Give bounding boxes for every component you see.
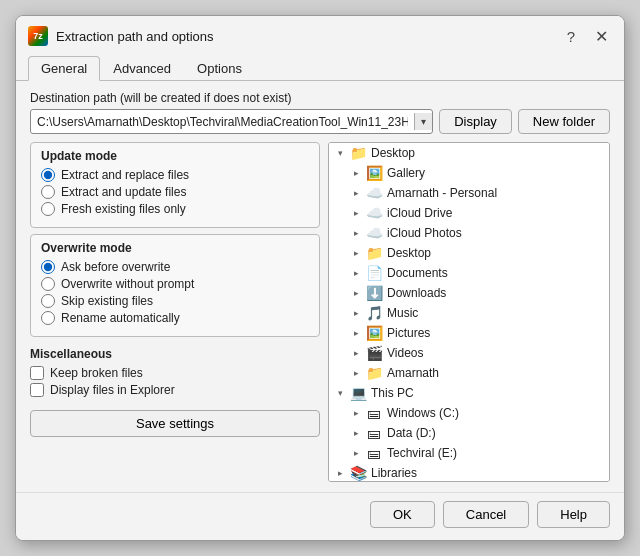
- tree-folder-icon: 📁: [365, 245, 383, 261]
- cancel-button[interactable]: Cancel: [443, 501, 529, 528]
- tree-expand-icon[interactable]: ▾: [333, 148, 347, 158]
- tree-item-label: Techviral (E:): [387, 446, 457, 460]
- update-radio-fresh[interactable]: Fresh existing files only: [41, 202, 309, 216]
- tree-expand-icon[interactable]: ▸: [349, 208, 363, 218]
- misc-section: Miscellaneous Keep broken files Display …: [30, 343, 320, 406]
- new-folder-button[interactable]: New folder: [518, 109, 610, 134]
- tree-item[interactable]: ▸📚Libraries: [329, 463, 609, 482]
- overwrite-label-noprompt: Overwrite without prompt: [61, 277, 194, 291]
- tree-item-label: iCloud Photos: [387, 226, 462, 240]
- tree-item-label: Pictures: [387, 326, 430, 340]
- misc-check-display[interactable]: Display files in Explorer: [30, 383, 320, 397]
- extraction-dialog: 7z Extraction path and options ? ✕ Gener…: [15, 15, 625, 541]
- tree-item[interactable]: ▾📁Desktop: [329, 143, 609, 163]
- app-icon: 7z: [28, 26, 48, 46]
- tree-folder-icon: 🖼️: [365, 325, 383, 341]
- tree-expand-icon[interactable]: ▸: [349, 428, 363, 438]
- tree-folder-icon: 🖼️: [365, 165, 383, 181]
- tree-item[interactable]: ▸📄Documents: [329, 263, 609, 283]
- main-content: Update mode Extract and replace files Ex…: [30, 142, 610, 482]
- tree-item[interactable]: ▸☁️iCloud Drive: [329, 203, 609, 223]
- tree-expand-icon[interactable]: ▸: [349, 288, 363, 298]
- tree-item[interactable]: ▾💻This PC: [329, 383, 609, 403]
- update-radio-update[interactable]: Extract and update files: [41, 185, 309, 199]
- file-tree: ▾📁Desktop▸🖼️Gallery▸☁️Amarnath - Persona…: [329, 143, 609, 482]
- tree-folder-icon: ⬇️: [365, 285, 383, 301]
- dialog-footer: OK Cancel Help: [16, 492, 624, 540]
- tree-item[interactable]: ▸🖴Windows (C:): [329, 403, 609, 423]
- tree-item[interactable]: ▸☁️iCloud Photos: [329, 223, 609, 243]
- file-tree-panel[interactable]: ▾📁Desktop▸🖼️Gallery▸☁️Amarnath - Persona…: [328, 142, 610, 482]
- misc-check-broken[interactable]: Keep broken files: [30, 366, 320, 380]
- overwrite-mode-group: Overwrite mode Ask before overwrite Over…: [30, 234, 320, 337]
- destination-input[interactable]: [31, 112, 414, 132]
- tree-folder-icon: 📁: [365, 365, 383, 381]
- display-button[interactable]: Display: [439, 109, 512, 134]
- overwrite-radio-skip[interactable]: Skip existing files: [41, 294, 309, 308]
- tree-item[interactable]: ▸🖼️Pictures: [329, 323, 609, 343]
- tree-expand-icon[interactable]: ▸: [349, 168, 363, 178]
- tree-expand-icon[interactable]: ▸: [349, 328, 363, 338]
- tree-item[interactable]: ▸🎵Music: [329, 303, 609, 323]
- dialog-body: Destination path (will be created if doe…: [16, 81, 624, 492]
- tree-expand-icon[interactable]: ▸: [349, 448, 363, 458]
- tree-expand-icon[interactable]: ▸: [349, 368, 363, 378]
- save-btn-row: Save settings: [30, 410, 320, 437]
- tree-expand-icon[interactable]: ▸: [349, 308, 363, 318]
- tab-bar: General Advanced Options: [16, 50, 624, 81]
- update-label-fresh: Fresh existing files only: [61, 202, 186, 216]
- tree-item-label: Amarnath: [387, 366, 439, 380]
- close-icon[interactable]: ✕: [591, 27, 612, 46]
- overwrite-radio-rename[interactable]: Rename automatically: [41, 311, 309, 325]
- dialog-title: Extraction path and options: [56, 29, 214, 44]
- tree-folder-icon: ☁️: [365, 225, 383, 241]
- tree-expand-icon[interactable]: ▸: [349, 188, 363, 198]
- tree-item-label: Downloads: [387, 286, 446, 300]
- tree-expand-icon[interactable]: ▸: [349, 408, 363, 418]
- overwrite-mode-label: Overwrite mode: [41, 241, 309, 255]
- overwrite-label-rename: Rename automatically: [61, 311, 180, 325]
- tree-item[interactable]: ▸⬇️Downloads: [329, 283, 609, 303]
- tree-item-label: Documents: [387, 266, 448, 280]
- destination-label: Destination path (will be created if doe…: [30, 91, 610, 105]
- tree-expand-icon[interactable]: ▸: [349, 228, 363, 238]
- update-label-update: Extract and update files: [61, 185, 186, 199]
- tab-advanced[interactable]: Advanced: [100, 56, 184, 80]
- ok-button[interactable]: OK: [370, 501, 435, 528]
- overwrite-label-ask: Ask before overwrite: [61, 260, 170, 274]
- tree-item[interactable]: ▸☁️Amarnath - Personal: [329, 183, 609, 203]
- tree-item[interactable]: ▸🖼️Gallery: [329, 163, 609, 183]
- tree-item[interactable]: ▸🎬Videos: [329, 343, 609, 363]
- tree-item-label: Windows (C:): [387, 406, 459, 420]
- tree-item[interactable]: ▸🖴Techviral (E:): [329, 443, 609, 463]
- tree-item[interactable]: ▸📁Desktop: [329, 243, 609, 263]
- tree-expand-icon[interactable]: ▸: [349, 268, 363, 278]
- destination-input-wrap: ▾: [30, 109, 433, 134]
- update-radio-replace[interactable]: Extract and replace files: [41, 168, 309, 182]
- tree-item-label: Amarnath - Personal: [387, 186, 497, 200]
- tree-expand-icon[interactable]: ▸: [333, 468, 347, 478]
- overwrite-radio-noprompt[interactable]: Overwrite without prompt: [41, 277, 309, 291]
- misc-label-broken: Keep broken files: [50, 366, 143, 380]
- tree-item-label: iCloud Drive: [387, 206, 452, 220]
- tree-folder-icon: 💻: [349, 385, 367, 401]
- destination-dropdown-btn[interactable]: ▾: [414, 113, 432, 130]
- tree-expand-icon[interactable]: ▾: [333, 388, 347, 398]
- save-settings-button[interactable]: Save settings: [30, 410, 320, 437]
- tree-folder-icon: 🎵: [365, 305, 383, 321]
- tree-item-label: Libraries: [371, 466, 417, 480]
- update-mode-label: Update mode: [41, 149, 309, 163]
- tree-item-label: Desktop: [371, 146, 415, 160]
- tree-item[interactable]: ▸📁Amarnath: [329, 363, 609, 383]
- overwrite-radio-ask[interactable]: Ask before overwrite: [41, 260, 309, 274]
- tree-expand-icon[interactable]: ▸: [349, 348, 363, 358]
- tree-item[interactable]: ▸🖴Data (D:): [329, 423, 609, 443]
- tree-item-label: Data (D:): [387, 426, 436, 440]
- help-button[interactable]: Help: [537, 501, 610, 528]
- title-left: 7z Extraction path and options: [28, 26, 214, 46]
- tree-expand-icon[interactable]: ▸: [349, 248, 363, 258]
- help-icon[interactable]: ?: [563, 28, 579, 45]
- tree-item-label: Videos: [387, 346, 423, 360]
- tab-options[interactable]: Options: [184, 56, 255, 80]
- tab-general[interactable]: General: [28, 56, 100, 81]
